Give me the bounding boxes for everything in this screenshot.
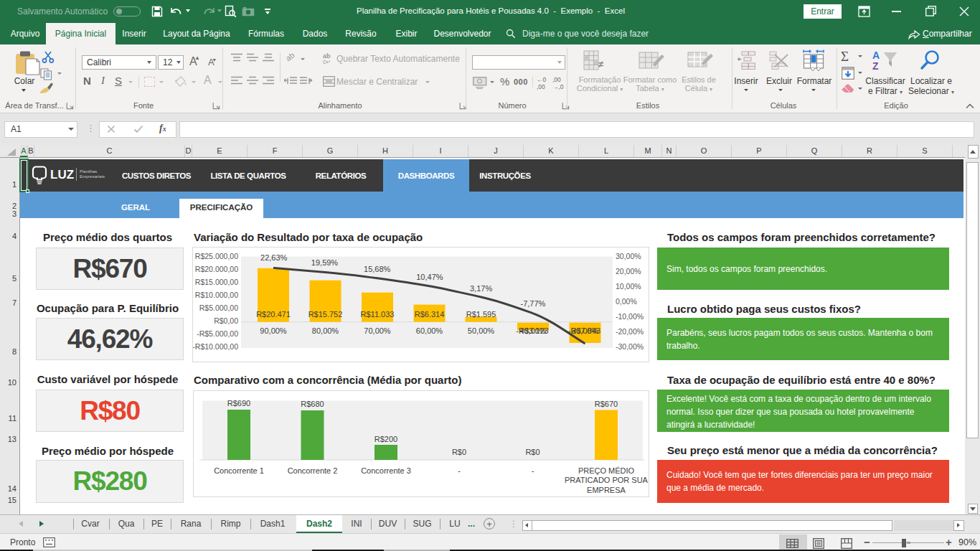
svg-text:3,17%: 3,17%	[470, 284, 492, 293]
svg-text:Z: Z	[872, 60, 879, 71]
svg-text:-7,77%: -7,77%	[520, 299, 545, 308]
svg-text:60,00%: 60,00%	[416, 326, 443, 335]
svg-text:R$0: R$0	[525, 448, 540, 456]
svg-text:-R$10.000,00: -R$10.000,00	[193, 342, 238, 351]
svg-text:R$0: R$0	[452, 448, 466, 456]
svg-text:Concorrente 1: Concorrente 1	[214, 466, 264, 475]
svg-text:R$5.000,00: R$5.000,00	[199, 303, 238, 312]
svg-text:R$20.471: R$20.471	[256, 310, 291, 319]
svg-text:R$680: R$680	[301, 400, 324, 408]
svg-text:-20,00%: -20,00%	[616, 327, 644, 336]
svg-text:10,47%: 10,47%	[416, 273, 443, 281]
svg-text:R$670: R$670	[595, 400, 618, 408]
svg-text:-10,00%: -10,00%	[616, 312, 644, 321]
svg-text:-: -	[532, 466, 534, 475]
svg-text:Concorrente 2: Concorrente 2	[288, 466, 338, 475]
svg-text:R$0,00: R$0,00	[214, 316, 238, 325]
svg-text:R$1.595: R$1.595	[466, 310, 496, 319]
svg-text:90,00%: 90,00%	[260, 326, 287, 335]
svg-text:PREÇO MÉDIO: PREÇO MÉDIO	[578, 466, 635, 475]
svg-text:30,00%: 30,00%	[616, 252, 641, 260]
svg-text:70,00%: 70,00%	[364, 326, 391, 335]
svg-text:R$25.000,00: R$25.000,00	[195, 252, 238, 260]
svg-text:15,68%: 15,68%	[364, 265, 391, 273]
svg-text:PRATICADO POR SUA: PRATICADO POR SUA	[565, 476, 649, 484]
svg-text:R$15.000,00: R$15.000,00	[195, 278, 238, 286]
svg-text:EMPRESA: EMPRESA	[587, 486, 626, 494]
svg-text:A: A	[872, 50, 880, 61]
svg-text:-R$3.123: -R$3.123	[516, 326, 548, 335]
svg-text:20,00%: 20,00%	[616, 267, 641, 276]
svg-text:Planilhas: Planilhas	[80, 169, 97, 174]
svg-text:-R$7.843: -R$7.843	[568, 326, 600, 335]
svg-text:22,63%: 22,63%	[260, 253, 288, 262]
svg-text:R$200: R$200	[374, 435, 397, 443]
svg-text:≠: ≠	[598, 59, 603, 70]
svg-text:Empresariais: Empresariais	[80, 174, 105, 179]
svg-text:R$10.000,00: R$10.000,00	[195, 291, 238, 299]
svg-text:R$690: R$690	[227, 399, 250, 408]
svg-text:c↵: c↵	[323, 58, 331, 64]
svg-text:R$11.033: R$11.033	[361, 310, 395, 319]
svg-text:10,00%: 10,00%	[616, 282, 641, 291]
svg-text:-R$5.000,00: -R$5.000,00	[197, 329, 238, 338]
svg-text:-30,00%: -30,00%	[616, 342, 644, 351]
svg-text:R$6.314: R$6.314	[415, 310, 445, 319]
svg-text:0,00%: 0,00%	[616, 297, 637, 306]
svg-text:R$20.000,00: R$20.000,00	[195, 265, 238, 273]
svg-text:-: -	[458, 466, 461, 475]
svg-text:80,00%: 80,00%	[312, 326, 339, 335]
svg-text:19,59%: 19,59%	[311, 258, 339, 267]
svg-text:LUZ: LUZ	[50, 168, 74, 182]
svg-text:50,00%: 50,00%	[468, 326, 495, 335]
svg-text:Concorrente 3: Concorrente 3	[361, 466, 411, 475]
svg-text:R$15.752: R$15.752	[308, 310, 343, 319]
